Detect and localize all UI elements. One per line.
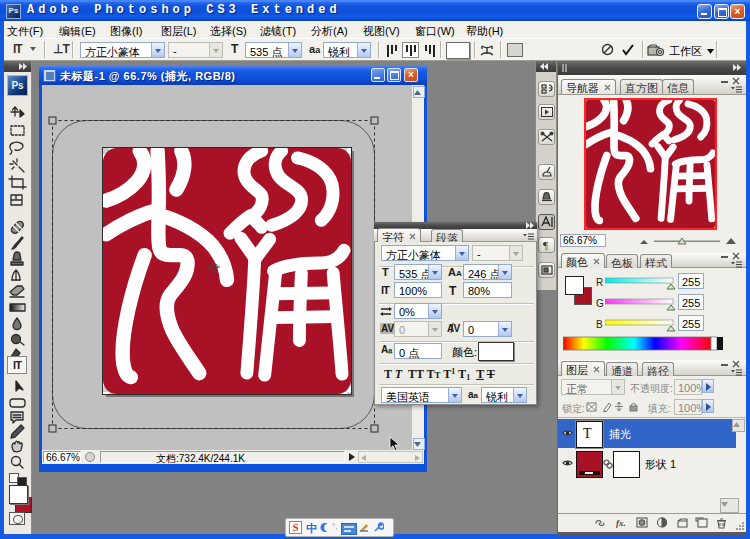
svg-text:¶: ¶	[543, 239, 548, 251]
